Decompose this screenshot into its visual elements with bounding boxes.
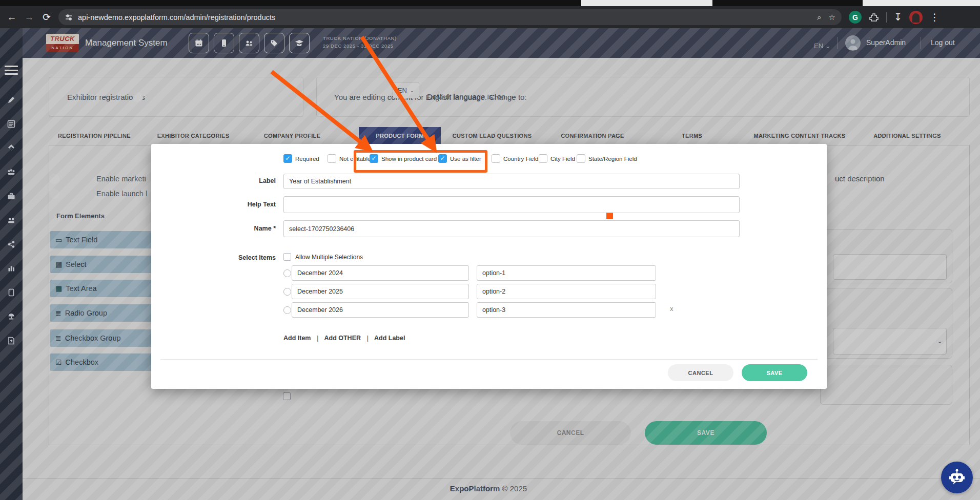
name-field-input[interactable] bbox=[283, 220, 740, 237]
option-text-input-3[interactable] bbox=[292, 302, 469, 318]
country-field-checkbox-item[interactable]: Country Field bbox=[492, 154, 538, 163]
browser-tab[interactable] bbox=[863, 0, 980, 6]
tab-custom-lead-questions[interactable]: CUSTOM LEAD QUESTIONS bbox=[453, 127, 532, 145]
option-value-input-1[interactable] bbox=[477, 265, 656, 281]
url-bar[interactable]: api-newdemo.expoplatform.com/admin/regis… bbox=[58, 9, 842, 25]
people-icon[interactable] bbox=[0, 213, 23, 228]
browser-menu-kebab-icon[interactable]: ⋮ bbox=[930, 11, 940, 23]
not-editable-checkbox[interactable] bbox=[328, 154, 336, 163]
option-radio-3[interactable] bbox=[283, 306, 291, 314]
tab-exhibitor-categories[interactable]: EXHIBITOR CATEGORIES bbox=[157, 127, 230, 145]
mobile-button[interactable] bbox=[214, 33, 234, 53]
site-settings-icon[interactable] bbox=[65, 13, 73, 22]
form-element-text-field[interactable]: ▭ Text Field bbox=[50, 231, 153, 248]
use-as-filter-checkbox-item[interactable]: Use as filter bbox=[438, 154, 481, 163]
toolbar-divider bbox=[886, 12, 887, 23]
hamburger-icon[interactable] bbox=[5, 66, 18, 77]
modal-cancel-button[interactable]: CANCEL bbox=[668, 364, 733, 381]
form-element-checkbox[interactable]: ☑ Checkbox bbox=[50, 353, 153, 371]
tag-button[interactable] bbox=[264, 33, 284, 53]
required-checkbox-item[interactable]: Required bbox=[283, 154, 319, 163]
add-label-link[interactable]: Add Label bbox=[374, 335, 405, 342]
option-value-input-2[interactable] bbox=[477, 284, 656, 299]
product-description-fragment: uct description bbox=[835, 174, 885, 183]
briefcase-icon[interactable] bbox=[0, 189, 23, 204]
remove-option-button[interactable]: x bbox=[670, 305, 673, 312]
tab-confirmation-page[interactable]: CONFIRMATION PAGE bbox=[561, 127, 624, 145]
background-input[interactable] bbox=[833, 254, 947, 280]
chatbot-button[interactable] bbox=[941, 462, 973, 493]
option-text-input-2[interactable] bbox=[292, 284, 469, 299]
language-switcher[interactable]: EN ⌄ bbox=[814, 42, 831, 50]
event-name: TRUCK NATION (JONATHAN) bbox=[323, 34, 397, 42]
required-checkbox[interactable] bbox=[283, 154, 292, 163]
background-select[interactable] bbox=[833, 328, 947, 355]
calendar-button[interactable] bbox=[189, 33, 209, 53]
grammarly-extension-icon[interactable]: G bbox=[849, 11, 862, 24]
add-item-link[interactable]: Add Item bbox=[283, 335, 311, 342]
tab-registration-pipeline[interactable]: REGISTRATION PIPELINE bbox=[58, 127, 131, 145]
page-save-button[interactable]: SAVE bbox=[645, 421, 767, 445]
browser-reload-icon[interactable]: ⟳ bbox=[38, 11, 55, 23]
form-list-icon[interactable] bbox=[0, 116, 23, 132]
separator: | bbox=[367, 335, 369, 342]
browser-back-icon[interactable]: ← bbox=[3, 12, 21, 23]
state-region-field-checkbox[interactable] bbox=[577, 154, 585, 163]
tab-additional-settings[interactable]: ADDITIONAL SETTINGS bbox=[873, 127, 941, 145]
state-region-field-checkbox-item[interactable]: State/Region Field bbox=[577, 154, 637, 163]
file-upload-icon[interactable] bbox=[0, 333, 23, 348]
tab-terms[interactable]: TERMS bbox=[682, 127, 702, 145]
share-icon[interactable] bbox=[0, 237, 23, 252]
modal-save-button[interactable]: SAVE bbox=[742, 364, 807, 381]
use-as-filter-checkbox[interactable] bbox=[438, 154, 447, 163]
form-element-select[interactable]: ▤ Select bbox=[50, 256, 153, 273]
page-cancel-button[interactable]: CANCEL bbox=[510, 421, 631, 445]
help-text-field-input[interactable] bbox=[283, 196, 740, 213]
booth-icon[interactable] bbox=[0, 309, 23, 324]
tab-product-form[interactable]: PRODUCT FORM bbox=[359, 127, 441, 145]
option-text-input-1[interactable] bbox=[292, 265, 469, 281]
browser-tab[interactable] bbox=[581, 0, 712, 6]
tab-company-profile[interactable]: COMPANY PROFILE bbox=[264, 127, 320, 145]
pencil-icon[interactable] bbox=[0, 92, 23, 108]
allow-multiple-checkbox[interactable] bbox=[283, 253, 291, 261]
language-select[interactable]: EN ⌄ bbox=[393, 82, 419, 98]
form-element-radio-group[interactable]: ≣ Radio Group bbox=[50, 304, 153, 322]
show-in-product-card-checkbox[interactable] bbox=[370, 154, 378, 163]
label-field-input[interactable] bbox=[283, 174, 740, 189]
browser-forward-icon[interactable]: → bbox=[21, 12, 38, 23]
extensions-puzzle-icon[interactable] bbox=[869, 12, 879, 23]
user-name[interactable]: SuperAdmin bbox=[866, 38, 906, 47]
add-other-link[interactable]: Add OTHER bbox=[324, 335, 361, 342]
show-in-product-card-checkbox-item[interactable]: Show in product card bbox=[370, 154, 437, 163]
tab-marketing-content-tracks[interactable]: MARKETING CONTENT TRACKS bbox=[754, 127, 846, 145]
zoom-icon[interactable]: ⌕ bbox=[817, 13, 821, 22]
tags-icon[interactable] bbox=[0, 140, 23, 156]
device-icon[interactable] bbox=[0, 285, 23, 300]
option-value-input-3[interactable] bbox=[477, 302, 656, 318]
city-field-checkbox[interactable] bbox=[539, 154, 547, 163]
help-text-field-label: Help Text bbox=[151, 201, 276, 208]
option-radio-1[interactable] bbox=[283, 269, 291, 277]
bookmark-star-icon[interactable]: ☆ bbox=[829, 13, 835, 22]
app-title: Management System bbox=[85, 38, 168, 48]
bar-chart-icon[interactable] bbox=[0, 261, 23, 276]
chevron-down-icon: ⌄ bbox=[825, 42, 831, 50]
people-button[interactable] bbox=[239, 33, 259, 53]
user-avatar[interactable] bbox=[845, 35, 861, 51]
country-field-checkbox[interactable] bbox=[492, 154, 500, 163]
form-element-checkbox-group[interactable]: ≣ Checkbox Group bbox=[50, 329, 153, 347]
browser-profile-avatar[interactable] bbox=[909, 11, 923, 24]
city-field-checkbox-item[interactable]: City Field bbox=[539, 154, 575, 163]
form-element-label: Text Area bbox=[66, 284, 96, 293]
form-element-text-area[interactable]: ▦ Text Area bbox=[50, 280, 153, 297]
not-editable-checkbox-item[interactable]: Not editable bbox=[328, 154, 371, 163]
option-radio-2[interactable] bbox=[283, 288, 291, 296]
people-group-icon[interactable] bbox=[0, 164, 23, 180]
downloads-icon[interactable]: ↧ bbox=[894, 11, 902, 23]
app-header: TRUCK NATION Management System TRUCK NAT… bbox=[23, 28, 980, 58]
logout-button[interactable]: Log out bbox=[931, 38, 955, 47]
background-checkbox[interactable] bbox=[283, 392, 291, 400]
education-button[interactable] bbox=[289, 33, 310, 53]
url-text[interactable]: api-newdemo.expoplatform.com/admin/regis… bbox=[78, 13, 810, 22]
